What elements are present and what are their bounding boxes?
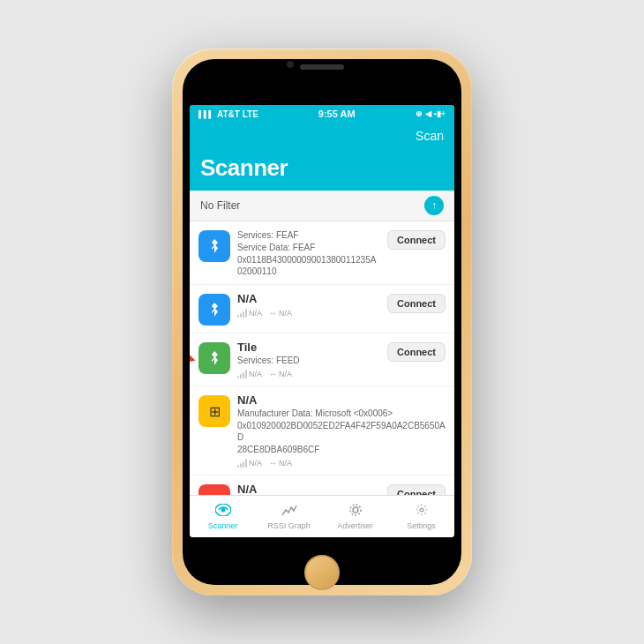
bar2: [240, 374, 242, 378]
signal-bars-2: [237, 309, 247, 318]
device-info-1: Services: FEAF Service Data: FEAF 0x0118…: [237, 228, 380, 277]
bar1: [237, 376, 239, 378]
tx-value-4: N/A: [279, 459, 292, 468]
device-info-4: N/A Manufacturer Data: Microsoft <0x0006…: [237, 393, 446, 468]
scan-button[interactable]: Scan: [416, 129, 444, 143]
rssi-stat-3: N/A: [237, 370, 262, 378]
rssi-value-3: N/A: [249, 370, 262, 378]
bar1: [237, 465, 239, 468]
device-list: Services: FEAF Service Data: FEAF 0x0118…: [190, 221, 454, 495]
device-name-5: N/A: [237, 483, 380, 495]
bar3: [243, 372, 244, 378]
connect-button-2[interactable]: Connect: [387, 294, 446, 313]
device-item-1: Services: FEAF Service Data: FEAF 0x0118…: [190, 221, 454, 285]
device-hex-4: 0x010920002BD0052ED2FA4F42F59A0A2CB5650A…: [237, 420, 446, 443]
carrier-label: AT&T LTE: [217, 109, 258, 119]
tab-settings-label: Settings: [407, 521, 436, 530]
battery-icon: ▪▮+: [434, 109, 446, 118]
device-hex-1: 0x0118B43000009001380011235A02000110: [237, 254, 380, 277]
tab-scanner[interactable]: Scanner: [190, 496, 256, 537]
connect-button-5[interactable]: Connect: [387, 484, 446, 495]
device-info-3: Tile Services: FEED N/A: [237, 341, 380, 378]
phone-inner: ▌▌▌ AT&T LTE 9:55 AM ⊕ ◀ ▪▮+ Scan Scanne…: [183, 59, 461, 585]
status-time: 9:55 AM: [318, 109, 356, 119]
wifi-icon: ◀: [425, 109, 431, 118]
bar4: [245, 370, 247, 378]
speaker: [300, 64, 344, 70]
rssi-value-4: N/A: [249, 459, 262, 468]
phone-frame: ▌▌▌ AT&T LTE 9:55 AM ⊕ ◀ ▪▮+ Scan Scanne…: [172, 49, 472, 595]
device-services-1: Services: FEAF: [237, 229, 380, 241]
tx-stat-3: ↔ N/A: [269, 370, 292, 378]
bar4: [245, 309, 247, 318]
bar1: [237, 315, 239, 318]
status-icons: ⊕ ◀ ▪▮+: [416, 109, 446, 118]
device-name-4: N/A: [237, 393, 446, 407]
tx-icon-2: ↔: [269, 309, 277, 318]
device-icon-5: ◎: [198, 484, 230, 495]
rssi-stat-4: N/A: [237, 459, 262, 468]
rssi-stat-2: N/A: [237, 309, 262, 318]
tx-icon-4: ↔: [269, 459, 277, 468]
svg-point-2: [353, 507, 358, 513]
bar3: [243, 461, 244, 468]
screen: ▌▌▌ AT&T LTE 9:55 AM ⊕ ◀ ▪▮+ Scan Scanne…: [190, 105, 454, 537]
tab-settings[interactable]: Settings: [388, 496, 454, 537]
tx-value-2: N/A: [279, 309, 292, 318]
nav-bar: Scan: [190, 123, 454, 149]
device-info-5: N/A Manufacturer Data: Samsung Electroni…: [237, 483, 380, 495]
bar4: [245, 459, 247, 468]
tx-icon-3: ↔: [269, 370, 277, 378]
tab-scanner-label: Scanner: [208, 521, 238, 530]
device-stats-4: N/A ↔ N/A: [237, 459, 446, 468]
tab-bar: Scanner RSSI Graph: [190, 495, 454, 537]
status-carrier: ▌▌▌ AT&T LTE: [198, 109, 258, 119]
rssi-value-2: N/A: [249, 309, 262, 318]
device-sdata-1: Service Data: FEAF: [237, 242, 380, 253]
device-mfr-4: Manufacturer Data: Microsoft <0x0006>: [237, 408, 446, 419]
status-bar: ▌▌▌ AT&T LTE 9:55 AM ⊕ ◀ ▪▮+: [190, 105, 454, 123]
tab-advertiser[interactable]: Advertiser: [322, 496, 388, 537]
device-hex2-4: 28CE8DBA609B6CF: [237, 444, 446, 455]
tx-value-3: N/A: [279, 370, 292, 378]
device-name-3: Tile: [237, 341, 380, 354]
camera: [287, 61, 294, 68]
device-info-2: N/A N/A: [237, 292, 380, 318]
tab-advertiser-label: Advertiser: [337, 521, 373, 530]
scanner-icon: [215, 504, 231, 520]
annotation-arrow: [190, 346, 197, 374]
filter-upload-icon[interactable]: ↑: [424, 196, 444, 215]
device-stats-2: N/A ↔ N/A: [237, 309, 380, 318]
page-title: Scanner: [200, 154, 444, 182]
device-icon-2: [198, 294, 230, 326]
bar2: [240, 463, 242, 468]
signal-icon: ⊕: [416, 109, 423, 118]
device-icon-4: ⊞: [198, 395, 230, 427]
tx-stat-4: ↔ N/A: [269, 459, 292, 468]
rssi-icon: [281, 504, 297, 520]
settings-icon: [414, 504, 430, 520]
device-stats-3: N/A ↔ N/A: [237, 370, 380, 378]
device-item-2: N/A N/A: [190, 285, 454, 333]
connect-button-3[interactable]: Connect: [387, 342, 446, 362]
signal-bars-3: [237, 370, 247, 378]
device-item-4: ⊞ N/A Manufacturer Data: Microsoft <0x00…: [190, 386, 454, 476]
tx-stat-2: ↔ N/A: [269, 309, 292, 318]
device-icon-1: [198, 230, 230, 262]
svg-point-4: [420, 508, 423, 512]
home-button[interactable]: [304, 555, 340, 590]
app-header: Scanner: [190, 149, 454, 191]
svg-point-1: [221, 507, 225, 512]
device-item-5: ◎ N/A Manufacturer Data: Samsung Electro…: [190, 476, 454, 495]
device-name-2: N/A: [237, 292, 380, 305]
filter-bar[interactable]: No Filter ↑: [190, 191, 454, 221]
tab-rssi[interactable]: RSSI Graph: [256, 496, 322, 537]
bar3: [243, 311, 244, 318]
connect-button-1[interactable]: Connect: [387, 230, 446, 250]
bar2: [240, 313, 242, 318]
filter-label: No Filter: [200, 199, 240, 212]
device-icon-3: [198, 342, 230, 374]
device-services-3: Services: FEED: [237, 355, 380, 366]
device-item-3: Tile Services: FEED N/A: [190, 333, 454, 386]
svg-point-3: [350, 505, 361, 515]
